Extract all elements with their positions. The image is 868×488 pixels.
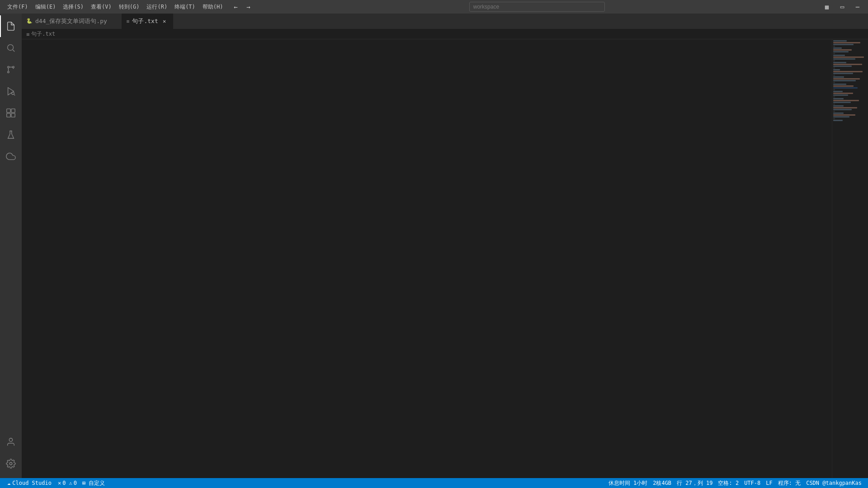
status-right: 休息时间 1小时 2核4GB 行 27，列 19 空格: 2 UTF-8 LF … [606, 478, 864, 488]
svg-line-8 [14, 94, 15, 95]
language-label: 程序: 无 [778, 479, 801, 487]
more-actions-button[interactable]: ⋯ [851, 0, 864, 14]
status-idle-item[interactable]: 休息时间 1小时 [606, 478, 650, 488]
activity-flask-icon[interactable] [0, 124, 22, 145]
tab-python-label: d44_保存英文单词语句.py [35, 17, 107, 25]
status-left: ☁ Cloud Studio ✕ 0 ⚠ 0 ⊞ 自定义 [4, 478, 108, 488]
activity-bottom [0, 431, 22, 478]
python-file-icon: 🐍 [26, 18, 33, 24]
svg-point-0 [8, 45, 14, 51]
encoding-label: UTF-8 [744, 480, 760, 486]
search-input[interactable] [469, 2, 605, 12]
menu-help[interactable]: 帮助(H) [199, 1, 227, 13]
svg-line-1 [13, 50, 14, 52]
tab-python-close-button[interactable] [110, 18, 117, 25]
main-layout: 🐍 d44_保存英文单词语句.py ≡ 句子.txt ✕ ≡ 句子.txt [0, 14, 868, 478]
activity-cloud-icon[interactable] [0, 145, 22, 167]
breadcrumb-file-icon: ≡ [26, 31, 29, 38]
status-cloud-item[interactable]: ☁ Cloud Studio [4, 478, 55, 488]
tab-bar: 🐍 d44_保存英文单词语句.py ≡ 句子.txt ✕ [22, 14, 868, 29]
svg-marker-5 [8, 88, 14, 95]
toggle-panel-button[interactable]: ▭ [835, 0, 849, 14]
activity-run-debug-icon[interactable] [0, 80, 22, 102]
tab-txt-file[interactable]: ≡ 句子.txt ✕ [122, 13, 173, 29]
svg-point-13 [9, 438, 12, 441]
error-icon: ✕ [58, 480, 61, 486]
svg-rect-10 [11, 109, 15, 113]
menu-terminal[interactable]: 终端(T) [171, 1, 199, 13]
status-bar: ☁ Cloud Studio ✕ 0 ⚠ 0 ⊞ 自定义 休息时间 1小时 2核… [0, 478, 868, 488]
status-line-ending-item[interactable]: LF [763, 478, 775, 488]
svg-rect-11 [7, 113, 10, 117]
menu-select[interactable]: 选择(S) [59, 1, 87, 13]
activity-files-icon[interactable] [0, 15, 22, 37]
menu-goto[interactable]: 转到(G) [115, 1, 143, 13]
activity-settings-icon[interactable] [0, 453, 22, 474]
cloud-label: Cloud Studio [12, 480, 52, 486]
warning-icon: ⚠ [69, 480, 72, 486]
tab-python-file[interactable]: 🐍 d44_保存英文单词语句.py [22, 13, 122, 29]
idle-label: 休息时间 1小时 [609, 479, 647, 487]
breadcrumb: ≡ 句子.txt [22, 29, 868, 39]
status-position-item[interactable]: 行 27，列 19 [674, 478, 715, 488]
line-ending-label: LF [766, 480, 772, 486]
menu-view[interactable]: 查看(V) [87, 1, 115, 13]
svg-point-4 [8, 71, 9, 73]
breadcrumb-text: 句子.txt [31, 30, 55, 38]
spaces-label: 空格: 2 [718, 479, 739, 487]
tab-txt-label: 句子.txt [132, 17, 158, 25]
svg-point-14 [9, 462, 12, 465]
status-custom-item[interactable]: ⊞ 自定义 [80, 478, 108, 488]
status-memory-item[interactable]: 2核4GB [650, 478, 674, 488]
cloud-icon: ☁ [7, 480, 10, 486]
nav-buttons: ← → [231, 1, 254, 12]
svg-point-2 [8, 66, 9, 68]
svg-rect-9 [7, 109, 10, 113]
custom-label: ⊞ 自定义 [82, 479, 105, 487]
editor-area: 🐍 d44_保存英文单词语句.py ≡ 句子.txt ✕ ≡ 句子.txt [22, 14, 868, 478]
position-label: 行 27，列 19 [677, 479, 712, 487]
menu-bar: 文件(F) 编辑(E) 选择(S) 查看(V) 转到(G) 运行(R) 终端(T… [4, 1, 227, 13]
warning-count: 0 [74, 480, 77, 486]
title-controls: ▦ ▭ ⋯ [820, 0, 864, 14]
memory-label: 2核4GB [653, 479, 671, 487]
minimap [832, 39, 868, 478]
svg-point-7 [12, 92, 14, 95]
line-numbers [22, 39, 47, 478]
txt-file-icon: ≡ [127, 19, 130, 24]
search-bar [254, 2, 821, 12]
status-right-label-item: CSDN @tankgpanKas [803, 478, 864, 488]
status-language-item[interactable]: 程序: 无 [775, 478, 803, 488]
svg-rect-12 [11, 113, 15, 117]
nav-back-button[interactable]: ← [231, 1, 241, 12]
menu-file[interactable]: 文件(F) [4, 1, 32, 13]
status-spaces-item[interactable]: 空格: 2 [715, 478, 741, 488]
nav-forward-button[interactable]: → [243, 1, 254, 12]
activity-source-control-icon[interactable] [0, 59, 22, 80]
menu-edit[interactable]: 编辑(E) [32, 1, 60, 13]
activity-account-icon[interactable] [0, 431, 22, 453]
title-bar: 文件(F) 编辑(E) 选择(S) 查看(V) 转到(G) 运行(R) 终端(T… [0, 0, 868, 14]
error-count: 0 [62, 480, 66, 486]
code-editor[interactable] [22, 39, 868, 478]
status-errors-item[interactable]: ✕ 0 ⚠ 0 [55, 478, 80, 488]
activity-bar [0, 14, 22, 478]
menu-run[interactable]: 运行(R) [143, 1, 171, 13]
split-editor-button[interactable]: ▦ [820, 0, 834, 14]
tab-txt-close-button[interactable]: ✕ [161, 18, 168, 25]
activity-search-icon[interactable] [0, 37, 22, 59]
status-encoding-item[interactable]: UTF-8 [741, 478, 763, 488]
activity-extensions-icon[interactable] [0, 102, 22, 124]
right-label: CSDN @tankgpanKas [806, 480, 862, 486]
code-content[interactable] [47, 39, 832, 478]
